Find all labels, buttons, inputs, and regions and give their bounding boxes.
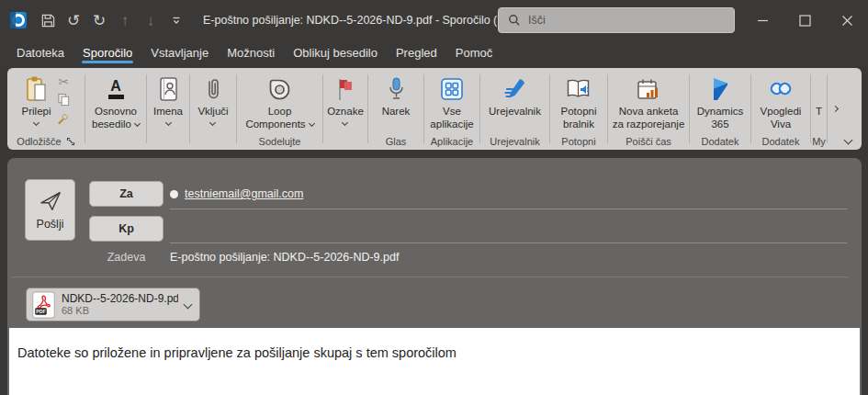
group-label-immersive: Potopni [561,136,595,147]
message-body-text: Datoteke so priložene in pripravljene za… [9,328,860,360]
tab-pregled[interactable]: Pregled [387,40,446,64]
send-button[interactable]: Pošlji [25,179,75,241]
titlebar: ↺ ↻ ↑ ↓ E-poštno pošiljanje: NDKD--5-202… [0,0,868,40]
basic-text-button[interactable]: A Osnovno besedilo [90,73,141,130]
minimize-button[interactable] [741,0,783,40]
ribbon-group-clipped: T My [811,68,827,150]
editor-pen-icon [502,73,527,106]
close-button[interactable] [826,0,868,40]
address-book-icon [157,73,179,106]
to-button[interactable]: Za [89,181,163,207]
maximize-button[interactable] [783,0,826,40]
format-painter-button[interactable] [55,111,72,125]
paste-button[interactable]: Prilepi [20,73,53,128]
group-label-collaborate: Sodelujte [259,136,301,147]
attach-file-button[interactable]: Vključi [196,73,230,128]
move-down-button: ↓ [139,8,163,32]
menu-bar: Datoteka Sporočilo Vstavljanje Možnosti … [0,40,868,64]
presence-dot-icon [170,190,178,198]
names-button[interactable]: Imena [152,73,185,128]
dictate-button[interactable]: Narek [380,73,412,118]
search-box[interactable] [498,7,735,33]
undo-button[interactable]: ↺ [62,8,85,32]
svg-text:PDF: PDF [36,308,45,313]
to-field-underline [170,209,847,209]
tab-oblikuj-besedilo[interactable]: Oblikuj besedilo [284,40,387,64]
cut-icon: ✂ [59,74,70,89]
move-up-button: ↑ [113,8,137,32]
chevron-right-icon [831,106,838,112]
microphone-icon [387,73,406,106]
message-body[interactable]: Datoteke so priložene in pripravljene za… [9,328,860,395]
ribbon-group-apps: Vse aplikacije Aplikacije [424,68,479,150]
subject-label: Zadeva [89,251,163,264]
group-label-editor: Urejevalnik [490,136,539,147]
ribbon-group-voice: Narek Glas [368,68,423,150]
chevron-down-icon [33,119,39,126]
search-icon [508,14,521,27]
ribbon-group-immersive: Potopni bralnik Potopni [550,68,607,150]
group-label-findtime: Poišči čas [626,136,671,147]
tab-moznosti[interactable]: Možnosti [218,40,284,64]
redo-icon: ↻ [93,13,106,28]
loop-icon [267,73,292,106]
dynamics365-button[interactable]: Dynamics 365 [695,73,745,130]
send-icon [37,190,64,212]
format-painter-icon [57,111,71,125]
save-icon [40,13,56,28]
ribbon-group-dynamics: Dynamics 365 Dodatek [690,68,750,150]
tab-datoteka[interactable]: Datoteka [7,40,73,64]
recipient-address[interactable]: testniemail@gmail.com [185,187,303,200]
quick-access-toolbar: ↺ ↻ ↑ ↓ [36,8,188,32]
viva-insights-icon [768,73,794,106]
arrow-down-icon: ↓ [147,13,155,28]
attachment-chip[interactable]: PDF NDKD--5-2026-ND-9.pdf 68 KB [26,288,200,322]
group-label-voice: Glas [386,136,407,147]
clipped-addin-button[interactable]: T [814,73,824,118]
loop-components-button[interactable]: Loop Components [243,73,315,130]
tab-sporocilo[interactable]: Sporočilo [73,40,141,64]
ribbon-group-findtime: Nova anketa za razporejanje Poišči čas [608,68,689,150]
group-label-clipboard: Odložišče [17,136,61,147]
collapse-ribbon-button[interactable] [840,132,856,147]
send-label: Pošlji [37,218,64,231]
window-controls [741,0,868,40]
chevron-down-icon [843,135,852,144]
to-field[interactable]: testniemail@gmail.com [170,184,303,204]
chevron-down-icon [309,119,315,126]
editor-button[interactable]: Urejevalnik [487,73,543,118]
minimize-icon [757,15,769,27]
chevron-down-icon [209,119,216,126]
all-apps-button[interactable]: Vse aplikacije [428,73,475,130]
cc-field-underline [170,243,847,243]
attachment-separator [11,276,849,277]
search-input[interactable] [528,14,712,27]
scheduling-poll-icon [636,73,661,106]
close-icon [841,15,853,27]
cut-button: ✂ [55,74,72,88]
group-label-apps: Aplikacije [431,136,473,147]
customize-qat-icon [171,15,182,26]
group-label-dynamics: Dodatek [702,136,739,147]
attachment-chevron-icon[interactable] [184,300,193,310]
group-label-clipped: My [812,136,826,147]
save-button[interactable] [36,8,60,32]
new-scheduling-poll-button[interactable]: Nova anketa za razporejanje [611,73,687,130]
window-title: E-poštno pošiljanje: NDKD--5-2026-ND-9.p… [203,14,521,27]
tab-pomoc[interactable]: Pomoč [446,40,502,64]
ribbon-group-clipboard: Prilepi ✂ Odložišče [7,68,85,150]
redo-button[interactable]: ↻ [87,8,111,32]
ribbon-group-tags: Oznake [323,68,367,150]
viva-insights-button[interactable]: Vpogledi Viva [759,73,804,130]
chevron-down-icon [134,119,141,126]
attachment-size: 68 KB [62,305,178,317]
subject-field[interactable]: E-poštno pošiljanje: NDKD--5-2026-ND-9.p… [170,251,399,264]
dialog-launcher-icon[interactable] [66,137,75,146]
tab-vstavljanje[interactable]: Vstavljanje [141,40,218,64]
basic-text-icon: A [108,73,124,106]
maximize-icon [799,15,811,27]
tags-button[interactable]: Oznake [325,73,366,128]
customize-qat-button[interactable] [164,8,188,32]
immersive-reader-button[interactable]: Potopni bralnik [558,73,598,130]
cc-button[interactable]: Kp [89,216,163,242]
